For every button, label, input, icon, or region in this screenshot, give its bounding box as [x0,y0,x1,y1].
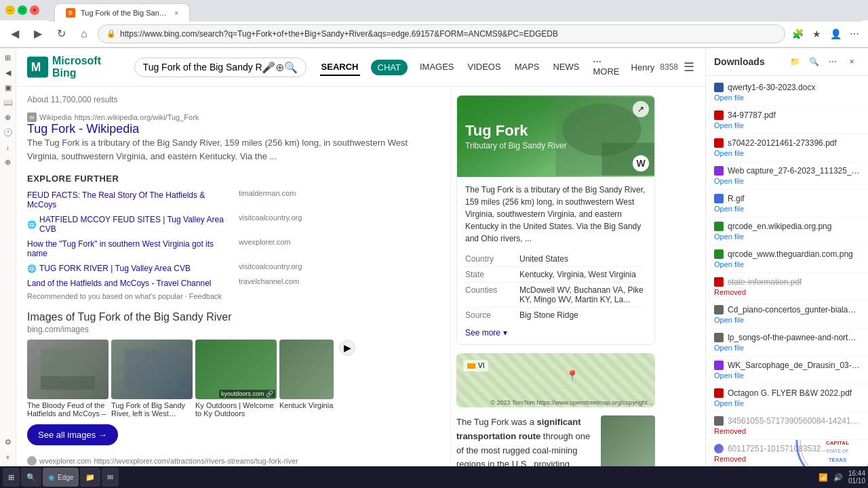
images-section: Images of Tug Fork of the Big Sandy Rive… [27,311,439,445]
knowledge-title: Tug Fork [465,122,646,140]
refresh-button[interactable]: ↻ [52,24,71,43]
search-submit-btn[interactable]: 🔍 [284,61,298,74]
address-bar[interactable]: 🔒 [98,24,785,43]
sidebar-history-icon[interactable]: 🕐 [1,125,15,139]
nav-maps[interactable]: MAPS [513,59,541,76]
sidebar-read-icon[interactable]: 📖 [1,96,15,109]
nav-videos[interactable]: VIDEOS [467,59,502,76]
knowledge-header: Tug Fork Tributary of Big Sandy River ↗ … [457,96,654,177]
nav-more[interactable]: ⋯ MORE [591,54,623,81]
dl-item-action-10[interactable]: Open file [714,371,860,380]
image-caption-0: The Bloody Feud of the Hatfields and McC… [27,401,108,418]
dl-item-action-2[interactable]: Open file [714,149,860,157]
search-input[interactable] [143,62,262,73]
dl-item-icon-3 [714,166,724,176]
image-thumb-0 [27,340,108,399]
sidebar-downloads-icon[interactable]: ↓ [1,140,15,154]
taskbar-edge-label: Edge [58,474,73,481]
url-input[interactable] [120,29,776,39]
browser-tab[interactable]: B Tug Fork of the Big Sandy River - Sear… [54,3,190,22]
taskbar-files-btn[interactable]: 📁 [80,468,100,487]
dl-item-12: 34561055-5717390560084-1424118325067102.… [706,412,868,440]
image-item-3[interactable]: Kentuck Virginia [279,340,334,409]
more-result-full-url: https://wvexplorer.com/attractions/river… [94,457,298,465]
taskbar-time: 16:44 [848,470,865,477]
see-more-btn[interactable]: See more ▾ [465,328,507,338]
sidebar-tab-icon[interactable]: ▣ [1,81,15,94]
forward-button[interactable]: ▶ [28,24,47,43]
profile-icon[interactable]: 👤 [827,26,844,42]
dl-item-action-8[interactable]: Open file [714,316,860,324]
explore-item-4[interactable]: Land of the Hatfields and McCoys - Trave… [27,277,228,289]
minimize-button[interactable]: − [5,5,15,15]
hamburger-menu[interactable]: ☰ [684,60,694,75]
sidebar-settings-icon[interactable]: ⚙ [1,435,15,449]
visual-search-btn[interactable]: ⊕ [275,61,284,74]
bing-logo: M Microsoft Bing [27,55,126,79]
image-item-1[interactable]: Tug Fork of Big Sandy River, left is Wes… [111,340,193,418]
mic-search-btn[interactable]: 🎤 [262,61,275,74]
dl-item-name-8: Cd_piano-concertos_gunter-bialas_vbr.m3u [728,305,860,314]
dl-item-icon-1 [714,110,724,120]
knowledge-share-btn[interactable]: ↗ [633,101,649,117]
home-button[interactable]: ⌂ [75,24,94,43]
sidebar-collection-icon[interactable]: ⊕ [1,110,15,124]
explore-item-3[interactable]: 🌐 TUG FORK RIVER | Tug Valley Area CVB [27,262,228,274]
close-button[interactable]: × [30,5,39,15]
extensions-icon[interactable]: 🧩 [789,26,806,42]
dl-item-icon-8 [714,305,724,314]
user-points: 8358 [660,62,678,72]
see-all-images-btn[interactable]: See all images → [27,424,118,445]
sidebar-apps-icon[interactable]: ⊕ [1,155,15,169]
map-card[interactable]: VI 📍 © 2023 TomTom https://www.openstree… [456,353,655,407]
explore-item-0[interactable]: FEUD FACTS: The Real Story Of The Hatfie… [27,189,228,211]
search-right-panel: Tug Fork Tributary of Big Sandy River ↗ … [450,87,660,466]
dl-item-action-0[interactable]: Open file [714,94,860,102]
favorites-icon[interactable]: ★ [808,26,825,42]
start-btn[interactable]: ⊞ [3,468,20,487]
nav-news[interactable]: NEWS [551,59,580,76]
knowledge-row-2: Counties McDowell WV, Buchanan VA, Pike … [465,283,646,308]
result-title[interactable]: Tug Fork - Wikipedia [27,122,139,136]
image-item-2[interactable]: kyoutdoors.com 🔗 Ky Outdoors | Welcome t… [195,340,277,418]
dl-item-action-11[interactable]: Open file [714,399,860,407]
dl-item-action-4[interactable]: Open file [714,205,860,213]
nav-search[interactable]: SEARCH [320,59,360,76]
downloads-more-btn[interactable]: ⋯ [825,54,841,70]
see-more-label: See more [465,328,500,338]
downloads-folder-btn[interactable]: 📁 [787,54,803,70]
taskbar-mail-btn[interactable]: ✉ [102,468,119,487]
explore-item-1[interactable]: 🌐 HATFIELD MCCOY FEUD SITES | Tug Valley… [27,214,228,235]
taskbar-search-btn[interactable]: 🔍 [21,468,41,487]
downloads-search-btn[interactable]: 🔍 [806,54,822,70]
explore-item-2[interactable]: How the "Tug Fork" in southern West Virg… [27,238,228,260]
dl-item-name-6: qrcode_www.theguardian.com.png [728,249,853,259]
dl-item-action-1[interactable]: Open file [714,121,860,129]
dl-item-action-5[interactable]: Open file [714,232,860,241]
back-button[interactable]: ◀ [5,24,24,43]
dl-item-name-5: qrcode_en.wikipedia.org.png [728,222,831,231]
dl-item-8: Cd_piano-concertos_gunter-bialas_vbr.m3u… [706,301,868,329]
settings-icon[interactable]: ⋯ [846,26,863,42]
downloads-list: qwerty1-6-30-2023.docx Open file 34-9778… [706,76,868,466]
nav-images[interactable]: IMAGES [418,59,456,76]
sidebar-back-icon[interactable]: ◀ [1,66,15,79]
tab-close-icon[interactable]: × [174,9,178,17]
image-item-0[interactable]: The Bloody Feud of the Hatfields and McC… [27,340,108,418]
taskbar-edge-btn[interactable]: ◉ Edge [43,468,79,487]
maximize-button[interactable]: □ [18,5,27,15]
dl-item-action-9[interactable]: Open file [714,344,860,352]
dl-item-name-1: 34-97787.pdf [728,110,776,120]
dl-item-action-3[interactable]: Open file [714,177,860,185]
scroll-indicator[interactable]: ▶ [336,340,355,356]
explore-url-2: wvexplorer.com [239,238,439,260]
search-box[interactable]: 🎤 ⊕ 🔍 [134,58,307,77]
map-pin: 📍 [566,369,579,382]
bing-brand: Microsoft Bing [52,55,126,79]
taskbar-date: 01/10 [848,477,865,485]
sidebar-home-icon[interactable]: ⊞ [1,51,15,64]
downloads-close-btn[interactable]: × [844,54,860,70]
nav-chat[interactable]: CHAT [371,60,408,75]
sidebar-add-icon[interactable]: ＋ [1,450,15,464]
dl-item-action-6[interactable]: Open file [714,260,860,268]
